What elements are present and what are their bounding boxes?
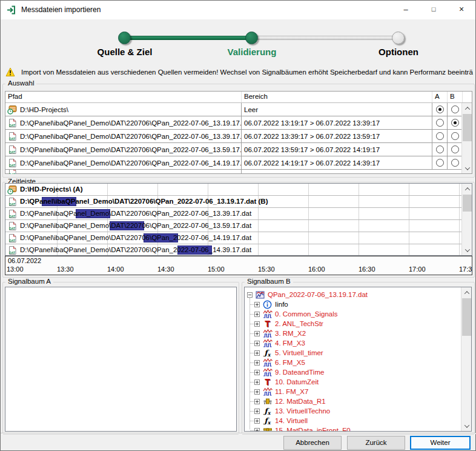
scroll-down-button[interactable] [462,421,471,430]
step-label-optionen: Optionen [332,47,465,57]
radio-b[interactable] [451,145,459,153]
timeline-row[interactable]: DATD:\QPanel\ibaQPanel_Demo\DAT\220706\Q… [5,196,462,208]
a-cell [432,130,448,142]
signalbaum-a-tree[interactable] [5,287,237,432]
expander-icon[interactable] [254,418,260,424]
info-icon [262,300,273,309]
tree-connector-dot [250,304,254,305]
minimize-button[interactable]: – [392,1,420,19]
title-bar[interactable]: Messdateien importieren – □ × [1,1,475,19]
expander-icon[interactable] [254,409,260,414]
svg-text:DAT: DAT [9,251,16,255]
tree-item[interactable]: QPan_2022-07-06_13.19.17.dat [247,290,368,299]
tree-item[interactable]: 15. MatData_inFront_F0 [254,426,351,432]
timeline-row[interactable]: DATD:\QPanel\ibaQPanel_Demo\DAT\220706\Q… [5,232,462,244]
range-cell: 06.07.2022 13:19:17 > 06.07.2022 13:39:1… [242,116,432,129]
timeline-row[interactable]: D:\HD-Projects\ (A) [5,184,462,196]
radio-a[interactable] [436,145,444,153]
svg-text:DAT: DAT [9,123,16,127]
table-row[interactable]: DATD:\QPanel\ibaQPanel_Demo\DAT\220706\Q… [5,130,472,143]
tree-item-label: 13. VirtuellTechno [275,407,330,415]
table-row[interactable]: D:\HD-Projects\Leer [5,103,472,116]
radio-a[interactable] [436,132,444,140]
radio-b[interactable] [451,132,459,140]
axis-tick-label: 13:30 [57,266,74,273]
path-text: D:\QPanel\ibaQPanel_Demo\DAT\220706\QPan… [20,119,242,127]
weiter-button[interactable]: Weiter [410,436,471,450]
timeline-row[interactable]: DATD:\QPanel\ibaQPanel_Demo\DAT\220706\Q… [5,244,462,256]
radio-b[interactable] [451,159,459,167]
radio-a[interactable] [436,159,444,167]
radio-b[interactable] [451,119,459,127]
range-cell: Leer [242,103,432,116]
maximize-button[interactable]: □ [420,1,448,19]
tree-connector-dot [250,324,254,324]
tree-item[interactable]: 12. MatData_R1 [254,396,326,406]
wave-icon [262,387,273,396]
scroll-up-button[interactable] [462,288,471,297]
expander-icon[interactable] [254,379,260,385]
tree-item[interactable]: 6. FM_X5 [254,358,305,367]
dat-file-icon: DAT [7,170,18,174]
expander-icon[interactable] [247,292,253,298]
tree-item[interactable]: 9. DateandTime [254,367,324,377]
expander-icon[interactable] [254,360,260,366]
table-row[interactable]: DATD:\QPanel\ibaQPanel_Demo\DAT\220706\Q… [5,116,472,130]
radio-a[interactable] [436,105,444,113]
expander-icon[interactable] [254,428,260,432]
expander-icon[interactable] [254,302,260,307]
axis-tick-label: 16:30 [359,266,375,273]
close-button[interactable]: × [448,1,475,19]
scroll-up-button[interactable] [463,184,472,193]
timeline-scrollbar[interactable] [461,184,472,255]
tree-item[interactable]: T2. ANL_TechStr [254,319,323,329]
tree-item-label: 6. FM_X5 [275,359,305,366]
tree-item[interactable]: 3. RM_X2 [254,329,306,338]
expander-icon[interactable] [254,312,260,317]
chevron-up-icon [464,187,469,192]
table-row[interactable]: DATD:\QPanel\ibaQPanel_Demo\DAT\220706\Q… [5,143,472,156]
scrollbar-thumb[interactable] [463,195,472,212]
expander-icon[interactable] [254,370,260,375]
scroll-down-button[interactable] [463,246,472,255]
expander-icon[interactable] [254,331,260,336]
radio-a[interactable] [436,119,444,127]
scrollbar-thumb[interactable] [463,114,472,141]
table-row[interactable]: DATD:\QPanel\ibaQPanel_Demo\DAT\220706\Q… [5,156,472,170]
radio-b[interactable] [451,105,459,113]
tree-item[interactable]: 4. FM_X3 [254,338,305,348]
column-header-bereich[interactable]: Bereich [242,92,432,102]
svg-text:DAT: DAT [9,172,16,174]
expander-icon[interactable] [254,321,260,327]
tree-item-label: 2. ANL_TechStr [275,320,323,327]
selection-scrollbar[interactable] [461,103,472,173]
abbrechen-button[interactable]: Abbrechen [283,436,342,450]
range-cell: 06.07.2022 13:59:17 > 06.07.2022 14:19:1… [242,143,432,156]
fx-icon: ƒx [262,407,273,416]
tree-item[interactable]: ƒx14. Virtuell [254,416,308,426]
scroll-down-button[interactable] [463,164,472,173]
timeline-row[interactable]: DATD:\QPanel\ibaQPanel_Demo\DAT\220706\Q… [5,220,462,232]
axis-tick-label: 15:30 [258,266,275,273]
tree-item[interactable]: 11. FM_X7 [254,387,308,396]
scrollbar-thumb[interactable] [462,298,471,336]
column-header-b[interactable]: B [448,92,463,102]
timeline-row[interactable]: DATD:\QPanel\ibaQPanel_Demo\DAT\220706\Q… [5,208,462,220]
wave-icon [262,358,273,367]
tree-item[interactable]: ƒx13. VirtuellTechno [254,406,330,416]
tree-item[interactable]: Iinfo [254,299,288,309]
expander-icon[interactable] [254,399,260,404]
axis-tick-label: 15:00 [208,266,225,273]
expander-icon[interactable] [254,350,260,356]
zurueck-button[interactable]: Zurück [347,436,405,450]
tree-item[interactable]: 0. Common_Signals [254,309,338,319]
timeline-row-label: D:\QPanel\ibaQPanel_Demo\DAT\220706\QPan… [20,210,251,217]
tree-item[interactable]: T10. DatumZeit [254,377,319,387]
tree-scrollbar[interactable] [461,287,471,431]
expander-icon[interactable] [254,341,260,346]
tree-item[interactable]: ƒx5. Virtuell_timer [254,348,323,358]
column-header-a[interactable]: A [432,92,448,102]
scroll-up-button[interactable] [463,104,472,113]
column-header-pfad[interactable]: Pfad [5,92,242,102]
expander-icon[interactable] [254,389,260,395]
